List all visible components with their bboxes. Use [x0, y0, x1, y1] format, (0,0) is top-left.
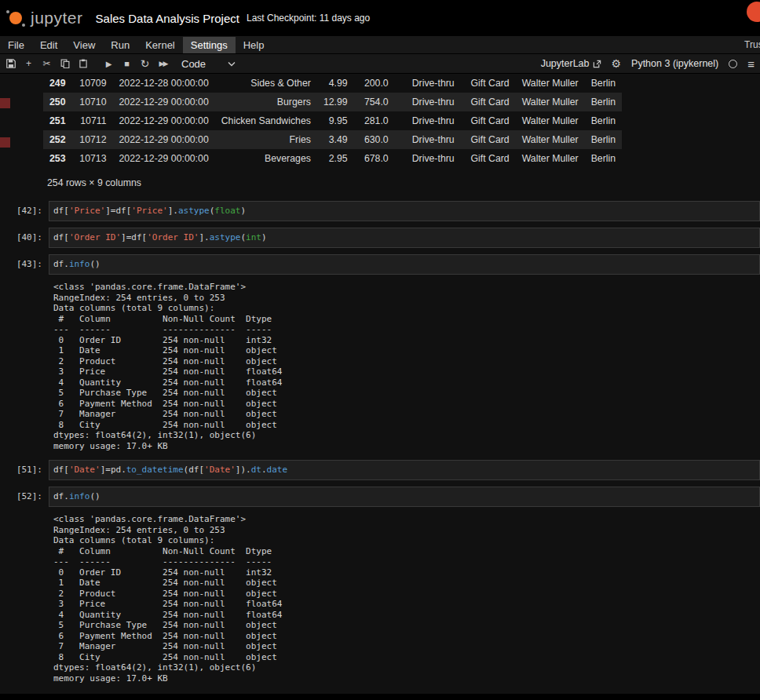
table-cell: Walter Muller	[516, 149, 585, 168]
hamburger-icon: ≡	[747, 57, 755, 71]
code-cell: [51]:df['Date']=pd.to_datetime(df['Date'…	[0, 460, 760, 480]
table-cell: 10712	[72, 130, 113, 149]
paste-cell-button[interactable]	[74, 54, 92, 73]
menu-bar: FileEditViewRunKernelSettingsHelpTrust	[0, 36, 760, 54]
table-cell: Drive-thru	[395, 149, 461, 168]
table-cell: Berlin	[585, 74, 622, 93]
menu-item-edit[interactable]: Edit	[32, 37, 65, 53]
menu-item-settings[interactable]: Settings	[183, 37, 236, 53]
save-button[interactable]	[2, 54, 20, 73]
toolbar-right: JupyterLab ⚙ Python 3 (ipykernel) ≡	[541, 57, 760, 71]
external-link-icon	[593, 60, 601, 68]
row-index: 249	[43, 74, 72, 93]
cell-prompt: [43]:	[0, 254, 49, 275]
table-cell: Gift Card	[461, 111, 516, 130]
cell-editor[interactable]: df['Order ID']=df['Order ID'].astype(int…	[49, 228, 760, 248]
restart-icon: ↻	[141, 57, 150, 70]
kernel-status-icon[interactable]	[729, 60, 737, 68]
code-cell: [52]:df.info()	[0, 487, 760, 507]
table-cell: Walter Muller	[516, 130, 585, 149]
add-cell-button[interactable]: +	[20, 54, 38, 73]
table-cell: 200.0	[354, 74, 395, 93]
code-cell: [43]:df.info()	[0, 254, 760, 275]
cell-editor[interactable]: df['Price']=df['Price'].astype(float)	[49, 201, 760, 221]
interrupt-kernel-button[interactable]: ■	[118, 54, 136, 73]
chevron-down-icon	[228, 61, 236, 67]
restart-kernel-button[interactable]: ↻	[136, 54, 154, 73]
gear-icon: ⚙	[612, 57, 622, 70]
table-cell: 630.0	[354, 130, 395, 149]
menu-item-kernel[interactable]: Kernel	[137, 37, 183, 53]
run-cell-button[interactable]: ▶	[100, 54, 118, 73]
table-cell: Beverages	[215, 149, 317, 168]
cell-editor[interactable]: df['Date']=pd.to_datetime(df['Date']).dt…	[49, 460, 760, 480]
table-cell: Walter Muller	[516, 93, 585, 111]
menu-item-file[interactable]: File	[0, 37, 32, 53]
dataframe-summary: 254 rows × 9 columns	[47, 177, 760, 188]
table-cell: Berlin	[585, 93, 622, 111]
cell-editor[interactable]: df.info()	[49, 487, 760, 507]
row-marker-icon	[0, 137, 10, 148]
menu-item-view[interactable]: View	[65, 37, 103, 53]
code-cell: [40]:df['Order ID']=df['Order ID'].astyp…	[0, 228, 760, 248]
stop-icon: ■	[124, 59, 130, 68]
cell-editor[interactable]: df.info()	[49, 254, 760, 275]
table-row: 251107112022-12-29 00:00:00Chicken Sandw…	[43, 111, 622, 130]
table-cell: Fries	[215, 130, 317, 149]
jupyterlab-link-label: JupyterLab	[541, 58, 590, 69]
notebook-title[interactable]: Sales Data Analysis Project	[96, 12, 239, 25]
cell-output: <class 'pandas.core.frame.DataFrame'> Ra…	[49, 278, 760, 454]
trust-indicator[interactable]: Trust	[744, 39, 760, 50]
notebook-scroll-area[interactable]: 249107092022-12-28 00:00:00Sides & Other…	[0, 74, 760, 694]
notebook-toolbar: + ✂ ▶ ■ ↻ ▶▶ Code JupyterLab ⚙ Python 3 …	[0, 54, 760, 74]
settings-gear-button[interactable]: ⚙	[612, 57, 622, 70]
table-cell: 10710	[72, 93, 113, 111]
restart-run-all-button[interactable]: ▶▶	[154, 54, 172, 73]
cell-type-dropdown[interactable]: Code	[181, 58, 236, 70]
table-cell: Gift Card	[461, 130, 516, 149]
cell-type-value: Code	[181, 58, 206, 70]
table-row: 252107122022-12-29 00:00:00Fries3.49630.…	[43, 130, 622, 149]
table-cell: 4.99	[317, 74, 354, 93]
cell-prompt: [51]:	[0, 460, 49, 480]
table-cell: 3.49	[317, 130, 354, 149]
table-cell: 2022-12-29 00:00:00	[113, 130, 215, 149]
cell-prompt: [42]:	[0, 201, 49, 221]
jupyterlab-link[interactable]: JupyterLab	[541, 58, 601, 69]
table-cell: 678.0	[354, 149, 395, 168]
table-cell: 754.0	[354, 93, 395, 111]
toolbar-menu-button[interactable]: ≡	[747, 57, 755, 71]
cut-cell-button[interactable]: ✂	[38, 54, 56, 73]
play-icon: ▶	[106, 60, 112, 68]
checkpoint-label: Last Checkpoint: 11 days ago	[247, 13, 370, 24]
table-cell: Chicken Sandwiches	[215, 111, 317, 130]
menu-item-run[interactable]: Run	[103, 37, 137, 53]
table-cell: 10713	[72, 149, 113, 168]
table-cell: Berlin	[585, 149, 622, 168]
top-header: jupyter Sales Data Analysis Project Last…	[0, 0, 760, 36]
table-cell: 9.95	[317, 111, 354, 130]
row-marker-icon	[0, 98, 10, 108]
menu-item-help[interactable]: Help	[236, 37, 272, 53]
table-row: 250107102022-12-29 00:00:00Burgers12.997…	[43, 93, 622, 111]
row-index: 252	[43, 130, 72, 149]
dataframe-table: 249107092022-12-28 00:00:00Sides & Other…	[43, 74, 622, 168]
row-index: 250	[43, 93, 72, 111]
table-cell: 2022-12-29 00:00:00	[113, 93, 215, 111]
jupyter-logo-icon	[6, 9, 25, 27]
table-cell: Walter Muller	[516, 111, 585, 130]
table-cell: 2.95	[317, 149, 354, 168]
paste-icon	[79, 59, 88, 68]
table-cell: 2022-12-29 00:00:00	[113, 149, 215, 168]
table-cell: 2022-12-28 00:00:00	[113, 74, 215, 93]
copy-cell-button[interactable]	[56, 54, 74, 73]
kernel-name[interactable]: Python 3 (ipykernel)	[631, 58, 718, 69]
code-cell: [42]:df['Price']=df['Price'].astype(floa…	[0, 201, 760, 221]
table-cell: Berlin	[585, 111, 622, 130]
record-indicator-icon	[747, 2, 760, 22]
dataframe-body: 249107092022-12-28 00:00:00Sides & Other…	[43, 74, 622, 168]
table-cell: Gift Card	[461, 93, 516, 111]
jupyter-logo[interactable]: jupyter	[6, 9, 83, 27]
table-cell: Drive-thru	[395, 130, 461, 149]
cell-output: <class 'pandas.core.frame.DataFrame'> Ra…	[49, 510, 760, 686]
